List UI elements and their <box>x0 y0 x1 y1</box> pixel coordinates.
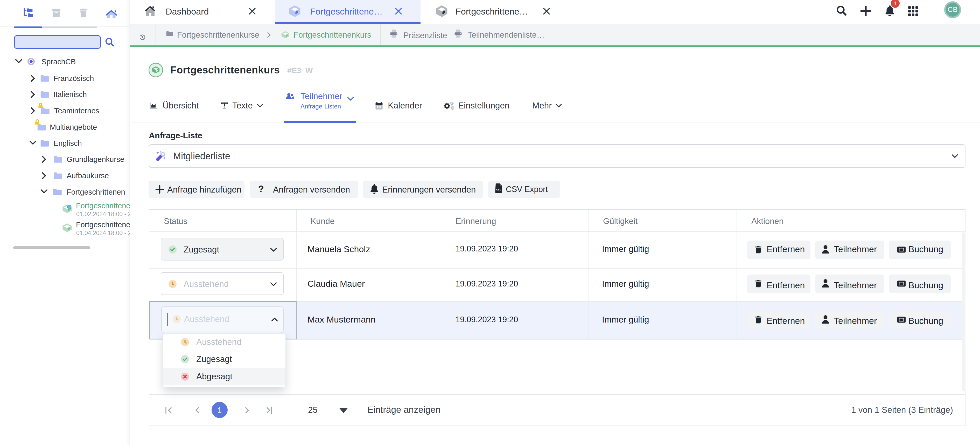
svg-text:CSV: CSV <box>496 188 501 191</box>
